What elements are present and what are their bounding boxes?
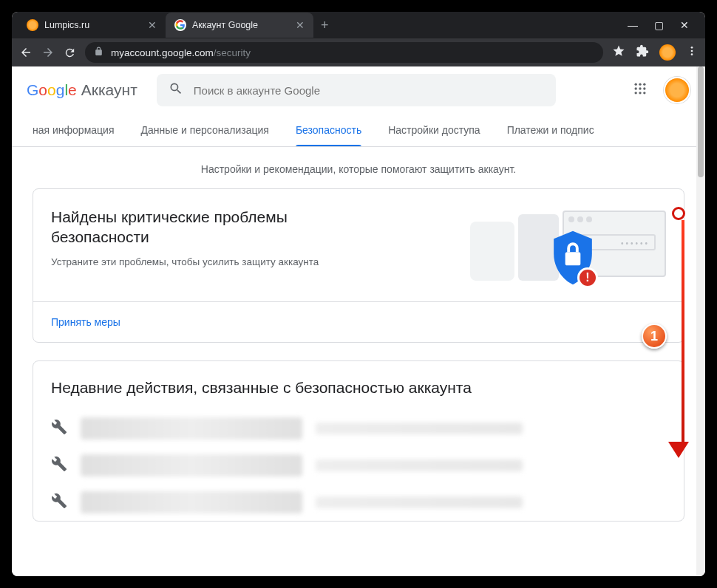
scrollbar[interactable] bbox=[696, 66, 705, 576]
favicon-google-icon bbox=[174, 19, 186, 31]
blurred-activity-text bbox=[81, 454, 302, 476]
blurred-activity-text bbox=[81, 417, 302, 440]
recent-activity-card: Недавние действия, связанные с безопасно… bbox=[33, 360, 684, 522]
svg-point-8 bbox=[643, 87, 645, 89]
close-icon[interactable]: ✕ bbox=[296, 19, 305, 31]
new-tab-button[interactable]: + bbox=[313, 18, 336, 33]
card-title: Найдены критические проблемы безопасност… bbox=[51, 207, 390, 247]
apps-grid-icon[interactable] bbox=[633, 81, 648, 99]
svg-point-1 bbox=[691, 50, 693, 52]
minimize-icon[interactable]: — bbox=[628, 19, 638, 31]
card-description: Устраните эти проблемы, чтобы усилить за… bbox=[51, 256, 390, 267]
browser-tab-google-account[interactable]: Аккаунт Google ✕ bbox=[166, 13, 313, 38]
account-nav-tabs: ная информация Данные и персонализация Б… bbox=[12, 114, 705, 147]
svg-rect-12 bbox=[565, 252, 581, 265]
maximize-icon[interactable]: ▢ bbox=[654, 19, 664, 31]
browser-tab-lumpics[interactable]: Lumpics.ru ✕ bbox=[18, 13, 166, 38]
tab-bar: Lumpics.ru ✕ Аккаунт Google ✕ + — ▢ ✕ bbox=[12, 12, 705, 38]
svg-point-10 bbox=[639, 92, 641, 94]
take-action-link[interactable]: Принять меры bbox=[51, 316, 120, 328]
wrench-icon bbox=[51, 493, 67, 512]
svg-point-3 bbox=[635, 83, 637, 86]
page-content: Google Аккаунт ная информация Данные и п… bbox=[12, 66, 705, 576]
blurred-activity-meta bbox=[316, 459, 523, 471]
security-issues-card: Найдены критические проблемы безопасност… bbox=[33, 188, 684, 343]
svg-point-9 bbox=[635, 92, 637, 94]
tab-security[interactable]: Безопасность bbox=[282, 114, 375, 146]
close-icon[interactable]: ✕ bbox=[148, 19, 157, 31]
browser-menu-icon[interactable] bbox=[686, 45, 698, 60]
svg-point-6 bbox=[635, 87, 637, 89]
profile-avatar-icon[interactable] bbox=[659, 44, 676, 61]
svg-point-5 bbox=[643, 83, 645, 86]
annotation-badge-1: 1 bbox=[642, 324, 667, 349]
bookmark-icon[interactable] bbox=[612, 44, 625, 61]
product-name: Аккаунт bbox=[81, 81, 137, 99]
svg-point-7 bbox=[639, 87, 641, 89]
extensions-icon[interactable] bbox=[636, 44, 649, 61]
activity-row[interactable] bbox=[33, 484, 684, 521]
wrench-icon bbox=[51, 456, 67, 475]
blurred-activity-meta bbox=[316, 496, 523, 508]
svg-point-0 bbox=[691, 47, 693, 49]
svg-point-2 bbox=[691, 53, 693, 55]
svg-point-4 bbox=[639, 83, 641, 86]
tab-personal-info[interactable]: ная информация bbox=[19, 114, 127, 146]
account-search[interactable] bbox=[157, 74, 556, 106]
annotation-arrow-icon bbox=[677, 207, 689, 458]
svg-point-11 bbox=[643, 92, 645, 94]
security-illustration: •••••• ! bbox=[404, 207, 666, 288]
wrench-icon bbox=[51, 419, 67, 438]
alert-badge-icon: ! bbox=[577, 267, 598, 288]
tab-title: Аккаунт Google bbox=[192, 20, 258, 30]
browser-chrome: Lumpics.ru ✕ Аккаунт Google ✕ + — ▢ ✕ bbox=[12, 12, 705, 66]
lock-icon bbox=[94, 47, 103, 58]
search-input[interactable] bbox=[194, 84, 544, 97]
page-subtitle: Настройки и рекомендации, которые помога… bbox=[12, 147, 705, 188]
tab-title: Lumpics.ru bbox=[44, 20, 89, 30]
activity-row[interactable] bbox=[33, 447, 684, 484]
card-title: Недавние действия, связанные с безопасно… bbox=[33, 361, 684, 410]
google-logo[interactable]: Google Аккаунт bbox=[27, 81, 137, 99]
tab-payments[interactable]: Платежи и подпис bbox=[494, 114, 608, 146]
search-icon bbox=[169, 81, 183, 99]
favicon-orange-icon bbox=[27, 19, 38, 31]
url-field[interactable]: myaccount.google.com/security bbox=[85, 42, 603, 63]
activity-row[interactable] bbox=[33, 410, 684, 447]
blurred-activity-text bbox=[81, 491, 302, 513]
reload-button[interactable] bbox=[64, 47, 76, 59]
address-bar: myaccount.google.com/security bbox=[12, 38, 705, 66]
scrollbar-thumb[interactable] bbox=[698, 66, 704, 177]
account-avatar[interactable] bbox=[664, 77, 690, 103]
url-text: myaccount.google.com/security bbox=[111, 47, 251, 58]
blurred-activity-meta bbox=[316, 423, 523, 434]
window-controls: — ▢ ✕ bbox=[628, 19, 699, 31]
back-button[interactable] bbox=[19, 46, 33, 59]
google-header: Google Аккаунт bbox=[12, 66, 705, 114]
close-window-icon[interactable]: ✕ bbox=[680, 19, 689, 31]
forward-button[interactable] bbox=[41, 46, 55, 59]
tab-data-personalization[interactable]: Данные и персонализация bbox=[127, 114, 282, 146]
tab-people-sharing[interactable]: Настройки доступа bbox=[375, 114, 493, 146]
